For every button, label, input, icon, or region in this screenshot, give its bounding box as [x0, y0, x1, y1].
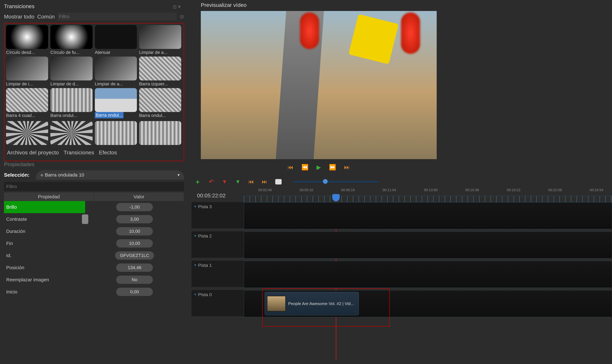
tab-common[interactable]: Común [37, 13, 55, 20]
property-value[interactable]: -1,00 [116, 203, 153, 211]
transition-label: Círculo de fu... [50, 49, 93, 55]
tab-show-all[interactable]: Mostrar todo [4, 13, 34, 20]
track-name: Pista 0 [198, 292, 212, 297]
property-row[interactable]: Contraste3,00 [4, 213, 184, 225]
ruler-tick: 00:11:04 [383, 188, 396, 192]
property-value[interactable]: 134,46 [116, 263, 153, 272]
chevron-down-icon: ▾ [194, 204, 196, 209]
transition-item[interactable]: Círculo desd... [6, 25, 48, 55]
slider-knob[interactable] [82, 214, 88, 224]
property-value[interactable]: 3,00 [116, 215, 153, 223]
property-name: Duración [4, 229, 85, 234]
track-header[interactable]: ▾Pista 2 [191, 231, 244, 258]
forward-icon[interactable]: ⏩ [329, 164, 336, 171]
transition-filter-input[interactable] [57, 13, 177, 21]
transition-item[interactable]: Barra ondul... [95, 88, 137, 119]
clip-thumb [267, 296, 286, 312]
track-name: Pista 3 [198, 204, 212, 209]
ruler-tick: 00:24:54 [590, 188, 603, 192]
track-lane[interactable] [244, 261, 612, 288]
property-value[interactable]: No [116, 276, 153, 284]
transition-item[interactable] [95, 121, 137, 146]
transition-label [6, 145, 48, 146]
track-header[interactable]: ▾Pista 0 [191, 290, 244, 316]
ruler-tick: 00:02:46 [258, 188, 272, 192]
rewind-icon[interactable]: ⏪ [301, 164, 308, 171]
zoom-slider[interactable] [293, 181, 379, 182]
add-track-icon[interactable]: ＋ [194, 177, 201, 186]
snapshot-icon[interactable] [275, 179, 282, 184]
track-lane[interactable]: People Are Awesome Vol. #2 | Vid... [244, 290, 612, 317]
transition-label: Limpiar de d... [50, 80, 93, 87]
property-name: Posición [4, 265, 85, 270]
properties-title: Propiedades [4, 161, 184, 168]
transition-label: Barra ondul... [50, 112, 93, 118]
property-value[interactable]: 10,00 [116, 239, 153, 247]
marker-up-icon[interactable]: ▼ [235, 179, 241, 185]
transition-label [50, 145, 93, 146]
property-value[interactable]: 10,00 [116, 227, 153, 235]
tab-transitions[interactable]: Transiciones [64, 149, 94, 156]
properties-filter-input[interactable] [4, 182, 184, 191]
property-value[interactable]: 0,00 [116, 288, 153, 296]
transition-item[interactable]: Círculo de fu... [50, 25, 93, 55]
property-row[interactable]: Id.GFVGEZT1LC [4, 249, 184, 261]
chevron-down-icon: ▾ [194, 263, 196, 267]
property-row[interactable]: Posición134,46 [4, 261, 184, 274]
transition-item[interactable]: Limpiar de a... [139, 25, 181, 55]
ruler-tick: 00:19:22 [507, 188, 520, 192]
selection-dropdown[interactable]: ⟡ Barra ondulada 10 ▾ [36, 170, 184, 180]
transition-label: Limpiar de i... [6, 80, 48, 87]
transitions-title: Transiciones [4, 3, 184, 9]
transition-item[interactable]: Barra ondul... [50, 88, 93, 119]
undo-icon[interactable]: ↶ [209, 178, 214, 185]
property-row[interactable]: Fin10,00 [4, 237, 184, 249]
transition-label: Barra ondul... [139, 112, 181, 118]
property-row[interactable]: Reemplazar imagenNo [4, 274, 184, 286]
property-name: Contraste [4, 217, 85, 222]
property-value[interactable]: GFVGEZT1LC [115, 251, 154, 260]
tab-project-files[interactable]: Archivos del proyecto [7, 149, 59, 156]
transition-item[interactable] [139, 121, 181, 146]
video-preview[interactable] [201, 11, 437, 159]
transition-item[interactable]: Limpiar de d... [50, 57, 93, 87]
track-name: Pista 2 [198, 234, 212, 239]
chevron-down-icon: ▾ [194, 234, 196, 238]
track-lane[interactable] [244, 202, 612, 229]
transition-item[interactable]: Barra ondul... [139, 88, 181, 119]
clip-label: People Are Awesome Vol. #2 | Vid... [288, 301, 354, 306]
clear-filter-icon[interactable]: ⊘ [180, 13, 184, 20]
timeline-clip[interactable]: People Are Awesome Vol. #2 | Vid... [265, 292, 359, 315]
col-property: Propiedad [4, 193, 94, 201]
ruler-tick: 00:16:36 [465, 188, 479, 192]
timeline-ruler[interactable]: 00:02:4600:05:3200:08:1800:11:0400:13:50… [244, 188, 612, 202]
transition-item[interactable]: Limpiar de a... [95, 57, 137, 87]
transition-item[interactable]: Limpiar de i... [6, 57, 48, 87]
transition-item[interactable] [6, 121, 48, 146]
playhead[interactable] [332, 194, 340, 201]
track-name: Pista 1 [198, 263, 212, 268]
jump-end-icon[interactable]: ⏭ [344, 164, 350, 171]
property-row[interactable]: Brillo-1,00 [4, 201, 184, 213]
jump-start-icon[interactable]: ⏮ [288, 164, 293, 171]
track-lane[interactable] [244, 232, 612, 258]
track-header[interactable]: ▾Pista 1 [191, 260, 244, 287]
chevron-down-icon: ▾ [178, 172, 180, 177]
transition-label: Círculo desd... [6, 49, 48, 55]
property-row[interactable]: Duración10,00 [4, 225, 184, 237]
property-name: Fin [4, 241, 85, 246]
dock-controls[interactable]: ◫ ✕ [173, 4, 181, 9]
property-row[interactable]: Inicio0,00 [4, 286, 184, 298]
ruler-tick: 00:08:18 [341, 188, 355, 192]
next-marker-icon[interactable]: ⏭ [262, 179, 267, 185]
transition-item[interactable]: Barra izquier... [139, 57, 181, 87]
track-header[interactable]: ▾Pista 3 [191, 202, 244, 229]
chevron-down-icon: ▾ [194, 292, 196, 297]
transition-item[interactable]: Barra 4 cuad... [6, 88, 48, 119]
transition-item[interactable]: Atenuar [95, 25, 137, 55]
prev-marker-icon[interactable]: ⏮ [249, 179, 254, 185]
play-icon[interactable]: ▶ [317, 164, 321, 171]
transition-item[interactable] [50, 121, 93, 146]
tab-effects[interactable]: Efectos [99, 149, 117, 156]
marker-down-icon[interactable]: ▼ [222, 179, 227, 185]
